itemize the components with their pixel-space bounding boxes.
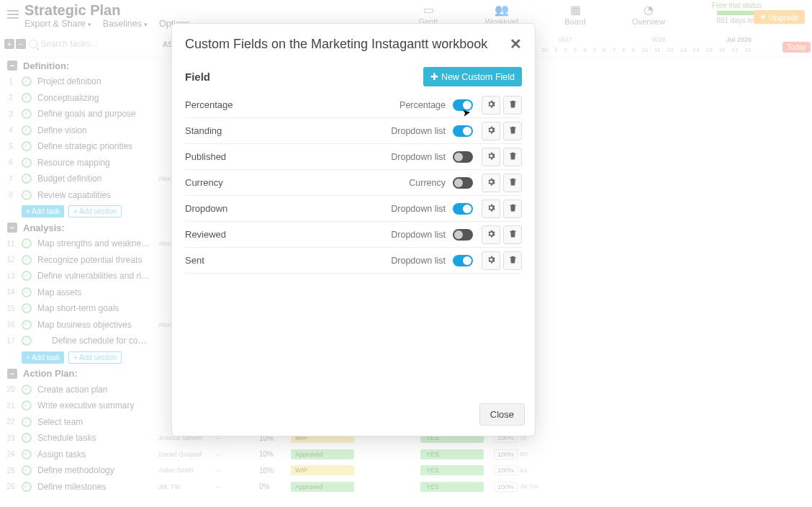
- modal-footer: Close: [172, 396, 535, 436]
- field-type: Dropdown list: [391, 230, 446, 240]
- field-delete-button[interactable]: [503, 122, 522, 140]
- app-root: Strategic Plan Export & Share Baselines …: [0, 0, 812, 507]
- field-delete-button[interactable]: [503, 96, 522, 115]
- field-toggle[interactable]: [453, 125, 473, 137]
- trash-icon: [508, 99, 518, 111]
- gear-icon: [487, 151, 496, 163]
- field-row: SentDropdown list: [185, 248, 522, 274]
- modal-title: Custom Fields on the Marketing Instagant…: [185, 37, 487, 52]
- field-header-row: Field ✚ New Custom Field: [185, 67, 522, 86]
- field-settings-button[interactable]: [482, 148, 500, 166]
- field-delete-button[interactable]: [503, 199, 522, 218]
- gear-icon: [487, 125, 496, 137]
- field-delete-button[interactable]: [503, 225, 522, 244]
- field-type: Dropdown list: [391, 152, 446, 162]
- field-type: Dropdown list: [391, 126, 446, 136]
- field-type: Currency: [409, 178, 446, 188]
- new-custom-field-button[interactable]: ✚ New Custom Field: [423, 67, 522, 86]
- field-delete-button[interactable]: [503, 174, 522, 192]
- modal-close-button[interactable]: ✕: [510, 35, 522, 53]
- field-row: StandingDropdown list: [185, 118, 522, 144]
- custom-fields-modal: Custom Fields on the Marketing Instagant…: [171, 23, 536, 436]
- field-name: Reviewed: [185, 229, 391, 240]
- gear-icon: [487, 255, 496, 266]
- field-name: Currency: [185, 177, 409, 188]
- field-type: Dropdown list: [391, 256, 446, 266]
- field-row: CurrencyCurrency: [185, 170, 522, 196]
- field-toggle[interactable]: [453, 255, 473, 266]
- field-type: Percentage: [400, 100, 446, 110]
- field-delete-button[interactable]: [503, 251, 522, 270]
- field-settings-button[interactable]: [482, 251, 500, 270]
- modal-body: Field ✚ New Custom Field PercentagePerce…: [172, 58, 535, 396]
- trash-icon: [508, 177, 518, 189]
- field-settings-button[interactable]: [482, 199, 500, 218]
- trash-icon: [508, 229, 518, 241]
- field-name: Published: [185, 151, 391, 162]
- field-name: Sent: [185, 255, 391, 266]
- field-settings-button[interactable]: [482, 122, 500, 140]
- gear-icon: [487, 99, 496, 111]
- plus-icon: ✚: [430, 71, 438, 82]
- trash-icon: [508, 203, 518, 215]
- field-row: PercentagePercentage: [185, 92, 522, 118]
- field-delete-button[interactable]: [503, 148, 522, 166]
- field-row: PublishedDropdown list: [185, 144, 522, 170]
- field-toggle[interactable]: [453, 151, 473, 163]
- field-settings-button[interactable]: [482, 96, 500, 115]
- field-toggle[interactable]: [453, 229, 473, 241]
- trash-icon: [508, 255, 518, 266]
- field-row: DropdownDropdown list: [185, 196, 522, 222]
- field-toggle[interactable]: [453, 177, 473, 189]
- field-toggle[interactable]: [453, 99, 473, 111]
- field-name: Standing: [185, 125, 391, 136]
- gear-icon: [487, 229, 496, 241]
- modal-header: Custom Fields on the Marketing Instagant…: [172, 24, 535, 58]
- field-type: Dropdown list: [391, 204, 446, 214]
- field-name: Percentage: [185, 99, 400, 110]
- gear-icon: [487, 203, 496, 215]
- field-row: ReviewedDropdown list: [185, 222, 522, 248]
- close-button[interactable]: Close: [479, 403, 525, 426]
- field-toggle[interactable]: [453, 203, 473, 215]
- field-settings-button[interactable]: [482, 225, 500, 244]
- gear-icon: [487, 177, 496, 189]
- trash-icon: [508, 125, 518, 137]
- field-settings-button[interactable]: [482, 174, 500, 192]
- trash-icon: [508, 151, 518, 163]
- field-name: Dropdown: [185, 203, 391, 214]
- field-header-label: Field: [185, 71, 210, 83]
